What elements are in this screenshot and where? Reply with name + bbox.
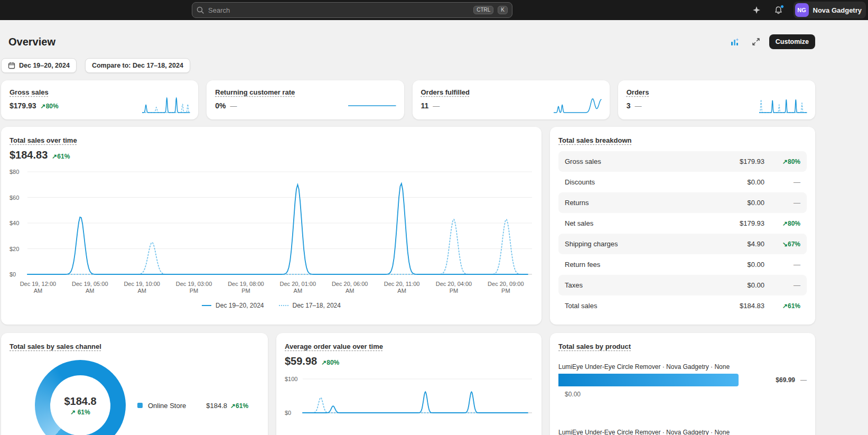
product-label: LumiEye Under-Eye Circle Remover · Nova …	[558, 363, 807, 371]
store-switcher[interactable]: NG Nova Gadgetry	[794, 2, 866, 18]
shortcut-k-key: K	[498, 6, 508, 14]
sales-channel-donut-chart: $184.8 ↗ 61%	[35, 360, 126, 435]
x-axis-label: Dec 20, 01:00 AM	[277, 281, 319, 294]
table-row: Net sales$179.93↗80%	[558, 213, 807, 234]
main-row: Total sales over time $184.83 ↗61% $0$20…	[1, 127, 815, 325]
metric-title[interactable]: Orders	[627, 88, 649, 96]
notification-dot	[780, 5, 784, 8]
product-bar-delta: —	[800, 376, 807, 384]
breakdown-title[interactable]: Total sales breakdown	[558, 136, 631, 144]
search-input[interactable]	[208, 6, 469, 14]
aov-title[interactable]: Average order value over time	[285, 343, 383, 350]
product-bar-row: $69.99 —	[558, 374, 807, 386]
compare-label: Compare to: Dec 17–18, 2024	[92, 62, 183, 69]
search-icon	[197, 6, 204, 14]
metric-title[interactable]: Orders fulfilled	[421, 88, 470, 96]
chart-canvas: $0$20$40$60$80	[10, 164, 533, 277]
sidekick-icon	[752, 5, 761, 15]
store-avatar: NG	[795, 3, 809, 17]
metric-card-returning-rate: Returning customer rate 0% —	[207, 80, 404, 119]
metric-delta: —	[635, 102, 642, 110]
sidekick-button[interactable]	[749, 3, 764, 17]
x-axis-labels: Dec 19, 12:00 AMDec 19, 05:00 AMDec 19, …	[10, 277, 533, 294]
product-label: LumiEye Under-Eye Circle Remover · Nova …	[558, 429, 807, 435]
y-axis-label: $40	[10, 220, 19, 226]
chart-canvas	[348, 95, 397, 114]
metric-title[interactable]: Returning customer rate	[215, 88, 295, 96]
x-axis-label: Dec 20, 11:00 AM	[381, 281, 423, 294]
product-compare-value: $0.00	[565, 391, 807, 398]
x-axis-label: Dec 19, 03:00 PM	[173, 281, 215, 294]
channel-label: Online Store	[148, 402, 186, 410]
sales-by-channel-card: Total sales by sales channel $184.8 ↗ 61…	[1, 333, 268, 435]
channel-swatch	[137, 403, 143, 408]
products-title[interactable]: Total sales by product	[558, 343, 631, 350]
y-axis-label: $0	[285, 410, 291, 416]
customize-button[interactable]: Customize	[769, 34, 815, 49]
y-axis-label: $0	[10, 271, 16, 277]
page-title: Overview	[8, 36, 55, 48]
metric-value: 3	[627, 101, 631, 110]
table-row: Total sales$184.83↗61%	[558, 295, 807, 316]
chart-legend: Dec 19–20, 2024 Dec 17–18, 2024	[10, 302, 533, 309]
topbar: CTRL K NG Nova Gadgetry	[0, 0, 868, 20]
x-axis-label: Dec 19, 08:00 PM	[225, 281, 267, 294]
legend-item-comparison: Dec 17–18, 2024	[279, 302, 341, 309]
aov-delta: ↗80%	[321, 359, 339, 366]
metric-delta: —	[230, 102, 237, 110]
breakdown-table: Gross sales$179.93↗80% Discounts$0.00— R…	[558, 151, 807, 316]
product-bar-value: $69.99	[776, 376, 795, 384]
total-sales-line-chart: $0$20$40$60$80Dec 19, 12:00 AMDec 19, 05…	[10, 164, 533, 294]
dotted-line-swatch	[279, 305, 288, 306]
x-axis-label: Dec 20, 09:00 PM	[484, 281, 527, 294]
metric-value: $179.93	[10, 101, 36, 110]
metric-title[interactable]: Gross sales	[10, 88, 49, 96]
y-axis-label: $100	[285, 376, 297, 382]
legend-item-current: Dec 19–20, 2024	[202, 302, 264, 309]
y-axis-label: $20	[10, 246, 19, 252]
solid-line-swatch	[202, 305, 211, 306]
y-axis-label: $60	[10, 195, 19, 201]
page-header: Overview Customize	[1, 31, 815, 53]
bar-track	[558, 374, 770, 386]
expand-button[interactable]	[748, 34, 764, 49]
total-sales-over-time-card: Total sales over time $184.83 ↗61% $0$20…	[1, 127, 542, 325]
shortcut-ctrl-key: CTRL	[473, 6, 493, 14]
x-axis-label: Dec 19, 05:00 AM	[69, 281, 111, 294]
table-row: Gross sales$179.93↗80%	[558, 151, 807, 172]
product-bar	[558, 374, 739, 386]
table-row: Discounts$0.00—	[558, 172, 807, 192]
table-row: Shipping charges$4.90↘67%	[558, 234, 807, 254]
date-range-label: Dec 19–20, 2024	[19, 62, 70, 69]
topbar-right: NG Nova Gadgetry	[749, 0, 868, 20]
calendar-icon	[8, 62, 15, 69]
total-sales-breakdown-card: Total sales breakdown Gross sales$179.93…	[550, 127, 815, 325]
filter-row: Dec 19–20, 2024 Compare to: Dec 17–18, 2…	[1, 58, 815, 73]
sparkline-chart	[554, 95, 602, 114]
donut-center-delta: ↗ 61%	[70, 409, 90, 416]
x-axis-label: Dec 19, 10:00 AM	[121, 281, 163, 294]
aov-value: $59.98	[285, 355, 317, 367]
x-axis-label: Dec 20, 06:00 AM	[329, 281, 371, 294]
table-row: Returns$0.00—	[558, 192, 807, 213]
table-row: Taxes$0.00—	[558, 275, 807, 295]
channel-value: $184.8	[206, 402, 227, 410]
metric-card-orders-fulfilled: Orders fulfilled 11 —	[413, 80, 610, 119]
notifications-button[interactable]	[771, 3, 786, 17]
channel-title[interactable]: Total sales by sales channel	[10, 343, 101, 350]
sparkline-chart	[142, 95, 191, 114]
metric-card-gross-sales: Gross sales $179.93 ↗80%	[1, 80, 198, 119]
sales-by-product-card: Total sales by product LumiEye Under-Eye…	[550, 333, 815, 435]
x-axis-label: Dec 19, 12:00 AM	[17, 281, 59, 294]
metrics-row: Gross sales $179.93 ↗80% Returning custo…	[1, 80, 815, 119]
insights-button[interactable]	[727, 34, 743, 49]
chart-canvas	[554, 95, 602, 114]
metric-value: 11	[421, 101, 429, 110]
date-range-button[interactable]: Dec 19–20, 2024	[1, 58, 77, 73]
chart-title[interactable]: Total sales over time	[10, 136, 77, 144]
global-search[interactable]: CTRL K	[192, 2, 512, 18]
overview-page: Overview Customize Dec 19–20, 2024 Com	[0, 20, 815, 435]
sparkline-chart	[348, 95, 397, 114]
header-actions: Customize	[727, 34, 815, 49]
compare-button[interactable]: Compare to: Dec 17–18, 2024	[85, 58, 190, 73]
